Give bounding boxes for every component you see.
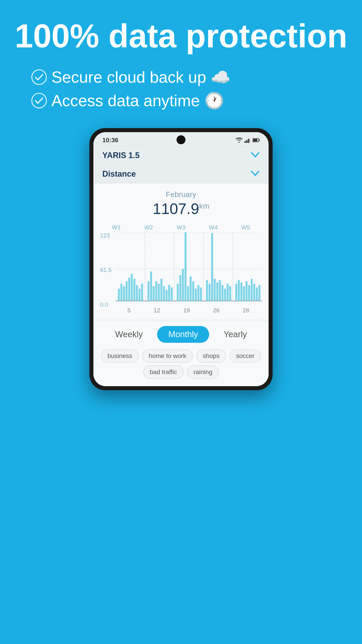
metric-label: Distance bbox=[102, 169, 136, 179]
svg-rect-26 bbox=[141, 284, 143, 301]
svg-rect-30 bbox=[155, 281, 157, 301]
tag-business[interactable]: business bbox=[101, 350, 139, 362]
svg-rect-44 bbox=[195, 289, 197, 301]
signal-icon bbox=[245, 138, 251, 143]
tag-home-to-work[interactable]: home to work bbox=[142, 350, 193, 362]
svg-rect-18 bbox=[120, 284, 122, 301]
svg-rect-4 bbox=[246, 140, 248, 143]
feature-item-access: Access data anytime 🕐 bbox=[31, 91, 224, 110]
svg-rect-21 bbox=[128, 278, 130, 301]
svg-rect-31 bbox=[158, 284, 160, 301]
tag-raining[interactable]: raining bbox=[187, 366, 219, 378]
distance-unit: km bbox=[199, 202, 209, 210]
phone-frame: 10:36 bbox=[89, 128, 273, 390]
svg-rect-32 bbox=[160, 279, 162, 301]
tag-shops[interactable]: shops bbox=[196, 350, 226, 362]
metric-dropdown[interactable]: Distance bbox=[93, 165, 269, 183]
svg-rect-64 bbox=[253, 284, 255, 301]
svg-rect-60 bbox=[243, 286, 245, 301]
svg-point-0 bbox=[32, 70, 46, 84]
tag-bad-traffic[interactable]: bad traffic bbox=[143, 366, 183, 378]
svg-rect-19 bbox=[123, 286, 125, 301]
tags-row-1: business home to work shops soccer bbox=[100, 350, 262, 362]
distance-value: 1107.9 bbox=[153, 200, 199, 217]
y-label-mid: 61.5 bbox=[100, 266, 111, 274]
battery-icon bbox=[253, 138, 260, 142]
svg-rect-63 bbox=[251, 279, 253, 301]
status-bar: 10:36 bbox=[93, 132, 269, 146]
tab-weekly[interactable]: Weekly bbox=[104, 326, 154, 343]
feature-text-access: Access data anytime 🕐 bbox=[51, 91, 224, 110]
status-time: 10:36 bbox=[102, 137, 118, 144]
vehicle-dropdown[interactable]: YARIS 1.5 bbox=[93, 146, 269, 165]
svg-rect-5 bbox=[248, 139, 249, 143]
checkmark-icon-2 bbox=[31, 93, 47, 108]
date-28: 28 bbox=[243, 307, 249, 314]
main-title: 100% data protection bbox=[13, 18, 349, 54]
svg-rect-23 bbox=[133, 279, 135, 301]
svg-rect-58 bbox=[238, 280, 240, 301]
svg-rect-61 bbox=[246, 281, 248, 301]
checkmark-icon bbox=[31, 69, 47, 85]
week-label-w2: W2 bbox=[132, 224, 165, 231]
svg-rect-9 bbox=[259, 139, 260, 141]
svg-rect-48 bbox=[209, 284, 211, 301]
chart-svg bbox=[116, 232, 262, 306]
feature-item-cloud: Secure cloud back up ☁️ bbox=[31, 68, 231, 87]
svg-rect-6 bbox=[250, 138, 251, 143]
feature-text-cloud: Secure cloud back up ☁️ bbox=[51, 68, 231, 87]
svg-rect-42 bbox=[190, 276, 192, 301]
svg-rect-29 bbox=[153, 286, 155, 301]
svg-rect-55 bbox=[227, 284, 229, 301]
phone-container: 10:36 bbox=[89, 128, 273, 644]
clock-emoji: 🕐 bbox=[204, 92, 224, 110]
week-labels: W1 W2 W3 W4 W5 bbox=[100, 224, 262, 231]
distance-display: 1107.9km bbox=[100, 200, 262, 217]
svg-rect-39 bbox=[182, 269, 184, 301]
svg-rect-17 bbox=[118, 289, 120, 301]
svg-rect-8 bbox=[253, 139, 257, 142]
svg-rect-66 bbox=[259, 285, 261, 301]
vehicle-label: YARIS 1.5 bbox=[102, 151, 140, 160]
svg-rect-47 bbox=[206, 280, 208, 301]
week-label-w4: W4 bbox=[197, 224, 230, 231]
period-tabs: Weekly Monthly Yearly bbox=[93, 322, 269, 347]
svg-rect-56 bbox=[229, 286, 231, 301]
svg-point-1 bbox=[32, 94, 46, 108]
header-section: 100% data protection Secure cloud back u… bbox=[0, 0, 362, 119]
svg-rect-40 bbox=[185, 232, 187, 301]
date-5: 5 bbox=[127, 307, 130, 314]
svg-rect-28 bbox=[150, 272, 152, 301]
svg-rect-50 bbox=[214, 279, 216, 301]
svg-point-2 bbox=[239, 142, 240, 143]
date-19: 19 bbox=[183, 307, 190, 314]
svg-rect-25 bbox=[139, 289, 141, 301]
tags-section: business home to work shops soccer bad t… bbox=[93, 347, 269, 386]
phone-screen: 10:36 bbox=[93, 132, 269, 386]
y-label-low: 0.0 bbox=[100, 301, 111, 308]
tags-row-2: bad traffic raining bbox=[100, 366, 262, 378]
svg-rect-57 bbox=[235, 284, 237, 301]
status-icons bbox=[236, 138, 260, 143]
month-label: February bbox=[100, 190, 262, 199]
tab-yearly[interactable]: Yearly bbox=[213, 326, 258, 343]
tab-monthly[interactable]: Monthly bbox=[157, 326, 209, 343]
svg-rect-46 bbox=[200, 287, 202, 301]
svg-rect-59 bbox=[240, 282, 242, 301]
svg-rect-43 bbox=[192, 281, 194, 301]
feature-list: Secure cloud back up ☁️ Access data anyt… bbox=[13, 68, 349, 110]
date-labels: 5 12 19 26 28 bbox=[116, 307, 262, 314]
date-26: 26 bbox=[213, 307, 219, 314]
tag-soccer[interactable]: soccer bbox=[230, 350, 261, 362]
svg-rect-36 bbox=[171, 287, 173, 301]
svg-rect-54 bbox=[224, 289, 226, 301]
svg-rect-41 bbox=[187, 286, 189, 301]
svg-rect-27 bbox=[147, 281, 149, 301]
svg-rect-62 bbox=[248, 285, 250, 301]
svg-rect-38 bbox=[179, 275, 181, 301]
date-12: 12 bbox=[154, 307, 160, 314]
chart-area: February 1107.9km W1 W2 W3 W4 W5 123 61. bbox=[93, 183, 269, 319]
svg-rect-35 bbox=[168, 285, 170, 301]
app-header: YARIS 1.5 Distance bbox=[93, 146, 269, 183]
camera-hole bbox=[177, 135, 185, 144]
